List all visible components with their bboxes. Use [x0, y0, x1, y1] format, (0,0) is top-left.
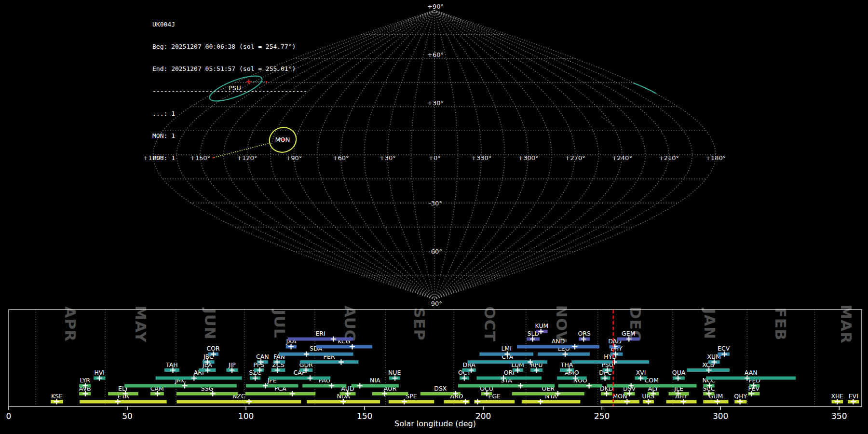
- peak-marker-EVI: [851, 399, 856, 405]
- shower-bar-OER: [512, 392, 584, 395]
- peak-marker-EGE: [475, 399, 480, 405]
- shower-label-DSX: DSX: [434, 385, 447, 392]
- x-tick-label: 250: [594, 411, 610, 421]
- latitude-label: +60°: [427, 51, 444, 58]
- shower-label-TAH: TAH: [165, 361, 178, 368]
- peak-marker-TAH: [170, 367, 176, 373]
- latitude-label: -30°: [429, 200, 442, 207]
- shower-bar-HYD: [571, 360, 649, 364]
- latitude-label: +90°: [427, 3, 444, 10]
- peak-marker-GUM: [715, 399, 720, 405]
- shower-label-KUM: KUM: [535, 322, 549, 329]
- x-tick-label: 350: [831, 411, 847, 421]
- shower-bar-AAN: [706, 377, 796, 380]
- peak-marker-PCA: [290, 391, 295, 396]
- shower-bar-NTA: [522, 400, 581, 404]
- shower-label-XHE: XHE: [831, 393, 843, 400]
- shower-bar-PCA: [245, 392, 316, 395]
- peak-marker-NZC: [246, 399, 252, 405]
- shower-label-LYR: LYR: [80, 377, 90, 384]
- shower-bar-NOO: [558, 384, 602, 388]
- separator-line: ----------------------------------------…: [152, 87, 307, 95]
- peak-marker-QHY: [737, 399, 743, 405]
- activity-timeline-chart: APRMAYJUNJULAUGSEPOCTNOVDECJANFEBMARKSEE…: [6, 304, 862, 428]
- peak-marker-XVI: [638, 376, 643, 381]
- shower-label-THA: THA: [560, 361, 573, 368]
- count-psu: PSU: 1: [152, 154, 307, 162]
- count-mon: MON: 1: [152, 132, 307, 139]
- x-tick-label: 150: [357, 411, 372, 421]
- peak-marker-NIA: [357, 383, 363, 389]
- shower-bar-AND: [517, 345, 599, 349]
- shower-bar-NZC: [176, 400, 301, 404]
- x-axis-title: Solar longitude (deg): [394, 419, 476, 428]
- longitude-label: +0°: [428, 154, 441, 162]
- peak-marker-AHY: [680, 399, 686, 405]
- peak-marker-NTA: [538, 399, 543, 405]
- peak-marker-LEO: [562, 352, 568, 357]
- month-label-may: MAY: [132, 305, 149, 342]
- peak-marker-KSE: [54, 399, 59, 405]
- longitude-label: +300°: [518, 154, 538, 162]
- decor-arc: [601, 117, 615, 127]
- month-label-mar: MAR: [838, 304, 855, 344]
- month-label-feb: FEB: [772, 308, 789, 341]
- shower-bar-AMO: [557, 377, 587, 380]
- month-label-sep: SEP: [411, 307, 428, 340]
- peak-marker-AUR: [382, 391, 387, 396]
- peak-marker-DKD: [604, 391, 610, 396]
- shower-bar-SDA: [279, 353, 353, 356]
- shower-bar-ARI: [156, 377, 242, 380]
- peak-marker-ECV: [722, 352, 727, 357]
- month-label-apr: APR: [62, 306, 79, 342]
- x-tick-label: 50: [122, 411, 133, 421]
- peak-marker-SPE: [402, 399, 407, 405]
- longitude-label: +270°: [565, 154, 585, 162]
- peak-marker-AND: [572, 344, 578, 350]
- observation-info-block: UK004J Beg: 20251207 00:06:38 (sol = 254…: [152, 6, 307, 176]
- peak-marker-OCT: [461, 376, 467, 381]
- shower-label-EVI: EVI: [849, 393, 858, 400]
- month-label-jan: JAN: [701, 308, 719, 339]
- latitude-label: +30°: [427, 99, 444, 107]
- latitude-label: -90°: [429, 300, 442, 307]
- longitude-label: +180°: [705, 154, 726, 162]
- begin-time: Beg: 20251207 00:06:38 (sol = 254.77°): [152, 43, 307, 50]
- peak-marker-AVB: [82, 391, 88, 396]
- meteor-shower-figure: +180°+150°+120°+90°+60°+30°+0°+330°+300°…: [0, 0, 868, 434]
- peak-marker-KCG: [350, 344, 355, 350]
- longitude-label: +330°: [471, 154, 491, 162]
- peak-marker-XCB: [706, 367, 712, 373]
- shower-label-GEM: GEM: [622, 330, 635, 337]
- month-label-jun: JUN: [202, 307, 219, 340]
- month-label-aug: AUG: [341, 306, 359, 343]
- shower-label-ERI: ERI: [315, 330, 325, 337]
- shower-bar-EGE: [474, 400, 515, 404]
- month-label-jul: JUL: [271, 309, 288, 338]
- longitude-label: +210°: [659, 154, 679, 162]
- peak-marker-NDA: [340, 399, 346, 405]
- peak-marker-DSV: [627, 391, 632, 396]
- shower-label-NUE: NUE: [388, 369, 401, 376]
- longitude-label: +240°: [612, 154, 632, 162]
- x-tick-label: 200: [475, 411, 491, 421]
- shower-bar-PER: [300, 360, 359, 364]
- peak-marker-ARI: [191, 376, 197, 381]
- peak-marker-SZC: [253, 376, 258, 381]
- shower-label-JIP: JIP: [228, 361, 236, 368]
- shower-label-HVI: HVI: [94, 369, 105, 376]
- peak-marker-ETA: [115, 399, 121, 405]
- end-time: End: 20251207 05:51:57 (sol = 255.01°): [152, 65, 307, 72]
- longitude-label: +30°: [380, 154, 396, 162]
- peak-marker-SLD: [530, 337, 535, 342]
- peak-marker-FEV: [749, 391, 754, 396]
- shower-label-KSE: KSE: [51, 393, 63, 400]
- shower-bar-ETA: [80, 400, 167, 404]
- shower-bar-STA: [458, 384, 555, 388]
- peak-marker-HVI: [96, 376, 102, 381]
- shower-label-QHY: QHY: [734, 393, 747, 400]
- peak-marker-NUE: [393, 376, 398, 381]
- peak-marker-CAM: [155, 391, 160, 396]
- shower-bar-PAU: [302, 384, 346, 388]
- peak-marker-LUM: [515, 367, 520, 373]
